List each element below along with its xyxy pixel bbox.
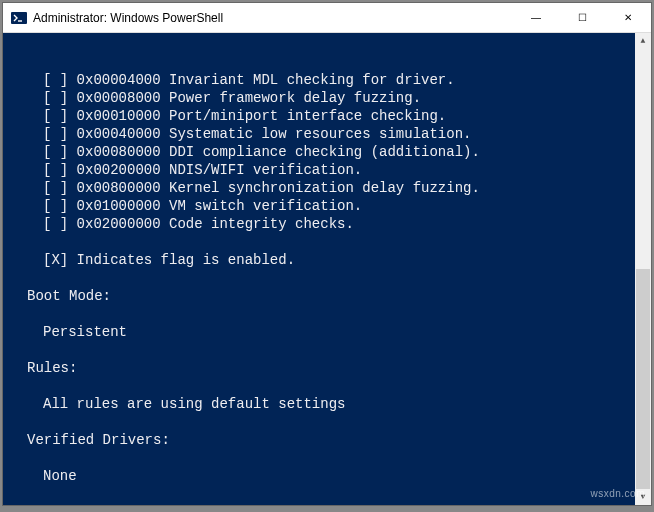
maximize-button[interactable]: ☐ [559,3,605,33]
scroll-thumb[interactable] [636,269,650,489]
flag-line: [ ] 0x02000000 Code integrity checks. [11,215,633,233]
minimize-button[interactable]: — [513,3,559,33]
close-button[interactable]: ✕ [605,3,651,33]
powershell-window: Administrator: Windows PowerShell — ☐ ✕ … [2,2,652,506]
flag-legend: [X] Indicates flag is enabled. [11,251,633,269]
flag-line: [ ] 0x00080000 DDI compliance checking (… [11,143,633,161]
titlebar: Administrator: Windows PowerShell — ☐ ✕ [3,3,651,33]
flag-line: [ ] 0x00010000 Port/miniport interface c… [11,107,633,125]
terminal-area[interactable]: [ ] 0x00004000 Invariant MDL checking fo… [3,33,651,505]
boot-mode-value: Persistent [11,323,633,341]
powershell-icon [11,10,27,26]
rules-value: All rules are using default settings [11,395,633,413]
scroll-up-button[interactable]: ▲ [635,33,651,49]
flag-line: [ ] 0x00800000 Kernel synchronization de… [11,179,633,197]
watermark: wsxdn.com [590,485,645,503]
verified-drivers-value: None [11,467,633,485]
verified-drivers-label: Verified Drivers: [11,431,633,449]
flag-line: [ ] 0x00008000 Power framework delay fuz… [11,89,633,107]
scrollbar[interactable]: ▲ ▼ [635,33,651,505]
flag-line: [ ] 0x00200000 NDIS/WIFI verification. [11,161,633,179]
flag-line: [ ] 0x01000000 VM switch verification. [11,197,633,215]
boot-mode-label: Boot Mode: [11,287,633,305]
flag-line: [ ] 0x00004000 Invariant MDL checking fo… [11,71,633,89]
svg-rect-0 [11,12,27,24]
terminal-content: [ ] 0x00004000 Invariant MDL checking fo… [3,71,651,505]
reboot-message: The system reboot is required for the ch… [11,503,633,505]
flag-line: [ ] 0x00040000 Systematic low resources … [11,125,633,143]
window-title: Administrator: Windows PowerShell [33,11,223,25]
rules-label: Rules: [11,359,633,377]
